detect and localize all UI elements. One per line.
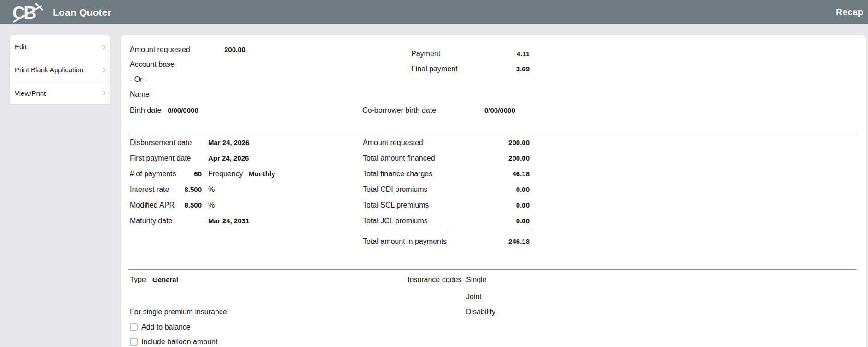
total-jcl-premiums-value: 0.00 xyxy=(465,216,530,226)
cbx-logo-icon: CB xyxy=(12,2,45,23)
total-cdi-premiums-label: Total CDI premiums xyxy=(363,185,427,194)
insurance-single-label: Single xyxy=(466,275,486,284)
page-title: Loan Quoter xyxy=(53,0,111,24)
percent-sign: % xyxy=(208,185,215,194)
final-payment-value: 3.69 xyxy=(465,64,530,74)
payment-label: Payment xyxy=(411,49,440,58)
co-borrower-birth-date-value[interactable]: 0/00/0000 xyxy=(484,106,515,115)
co-borrower-birth-date-label: Co-borrower birth date xyxy=(362,106,436,115)
include-balloon-checkbox[interactable] xyxy=(130,338,138,346)
or-label: - Or - xyxy=(130,75,147,84)
total-amount-in-payments-label: Total amount in payments xyxy=(363,237,447,246)
total-finance-charges-label: Total finance charges xyxy=(363,169,432,179)
total-jcl-premiums-label: Total JCL premiums xyxy=(363,216,428,226)
name-label: Name xyxy=(130,90,150,99)
maturity-date-label: Maturity date xyxy=(130,216,172,226)
total-cdi-premiums-value: 0.00 xyxy=(465,185,530,194)
single-premium-heading: For single premium insurance xyxy=(130,307,227,317)
first-payment-date-value[interactable]: Apr 24, 2026 xyxy=(208,154,249,163)
interest-rate-value[interactable]: 8.500 xyxy=(165,185,202,194)
first-payment-date-label: First payment date xyxy=(130,154,191,163)
totals-amount-requested-value: 200.00 xyxy=(465,138,530,147)
disbursement-date-value[interactable]: Mar 24, 2026 xyxy=(208,138,249,147)
birth-date-value[interactable]: 0/00/0000 xyxy=(168,106,198,115)
totals-amount-requested-label: Amount requested xyxy=(363,138,423,147)
include-balloon-label: Include balloon amount xyxy=(141,337,217,347)
total-amount-in-payments-value: 246.18 xyxy=(465,237,530,246)
num-payments-value[interactable]: 60 xyxy=(165,169,202,179)
recap-button[interactable]: Recap xyxy=(836,0,863,24)
total-finance-charges-value: 46.18 xyxy=(465,169,530,179)
insurance-codes-label: Insurance codes xyxy=(408,275,461,284)
sidebar-item-print-blank-application[interactable]: Print Blank Application › xyxy=(10,58,110,81)
chevron-right-icon: › xyxy=(102,63,106,75)
totals-rule xyxy=(449,230,532,230)
account-base-label: Account base xyxy=(130,60,175,69)
header-bar: CB Loan Quoter Recap xyxy=(0,0,868,24)
disbursement-date-label: Disbursement date xyxy=(130,138,192,147)
interest-rate-label: Interest rate xyxy=(130,185,169,194)
maturity-date-value[interactable]: Mar 24, 2031 xyxy=(208,216,249,226)
frequency-label: Frequency xyxy=(208,169,243,179)
frequency-value[interactable]: Monthly xyxy=(249,169,275,179)
sidebar-item-label: View/Print xyxy=(15,89,46,97)
modified-apr-value[interactable]: 8.500 xyxy=(165,201,202,210)
add-to-balance-checkbox[interactable] xyxy=(130,323,138,331)
total-scl-premiums-label: Total SCL premiums xyxy=(363,201,429,210)
sidebar: Edit › Print Blank Application › View/Pr… xyxy=(10,35,110,104)
amount-requested-value[interactable]: 200.00 xyxy=(224,45,245,54)
sidebar-item-label: Print Blank Application xyxy=(15,66,83,74)
amount-requested-label: Amount requested xyxy=(130,45,190,54)
insurance-joint-label: Joint xyxy=(466,292,482,301)
final-payment-label: Final payment xyxy=(411,64,458,74)
add-to-balance-label: Add to balance xyxy=(141,323,191,332)
payment-value: 4.11 xyxy=(465,49,530,58)
total-scl-premiums-value: 0.00 xyxy=(465,201,530,210)
birth-date-label: Birth date xyxy=(130,106,161,115)
sidebar-item-view-print[interactable]: View/Print › xyxy=(10,81,110,104)
loan-quote-card: Amount requested 200.00 Payment 4.11 Acc… xyxy=(121,35,866,347)
sidebar-item-label: Edit xyxy=(15,43,27,51)
percent-sign: % xyxy=(208,201,215,210)
total-amount-financed-value: 200.00 xyxy=(465,154,530,163)
sidebar-item-edit[interactable]: Edit › xyxy=(10,35,110,58)
type-label: Type xyxy=(130,275,146,284)
section-divider xyxy=(128,133,857,133)
chevron-right-icon: › xyxy=(102,40,106,52)
insurance-disability-label: Disability xyxy=(466,307,495,317)
totals-rule xyxy=(449,231,532,231)
type-value[interactable]: General xyxy=(152,275,178,284)
total-amount-financed-label: Total amount financed xyxy=(363,154,435,163)
section-divider xyxy=(128,269,857,270)
chevron-right-icon: › xyxy=(102,86,106,99)
